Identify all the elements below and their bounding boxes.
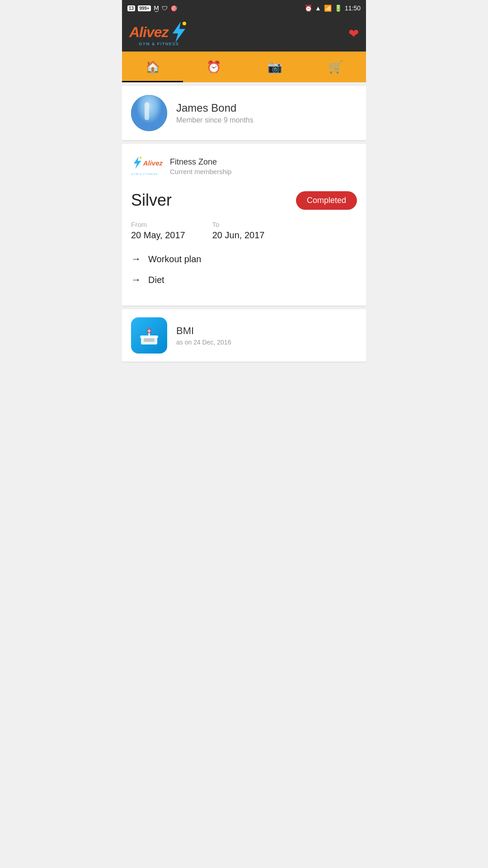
membership-subtitle: Current membership [170,168,232,175]
tier-name: Silver [131,191,172,210]
wifi-icon: ▲ [315,5,321,12]
tier-row: Silver Completed [131,191,357,210]
status-bar-left: 13 999+ M̲ 🛡 🎯 [127,5,178,12]
signal-icon: 📶 [324,5,332,12]
from-date-group: From 20 May, 2017 [131,221,185,241]
alarm-icon: ⏰ [305,5,312,12]
diet-item[interactable]: → Diet [131,274,357,286]
workout-plan-item[interactable]: → Workout plan [131,253,357,265]
membership-card: Alivez GYM & FITNESS Fitness Zone Curren… [122,144,366,306]
to-date: 20 Jun, 2017 [212,230,265,241]
notif-m: M̲ [154,5,159,12]
notif-badge-2: 999+ [138,5,151,11]
mini-logo-bolt-icon [131,153,143,173]
workout-plan-label: Workout plan [148,254,201,264]
clock-time: 11:50 [345,5,361,12]
favorite-heart-icon[interactable]: ❤ [348,26,359,41]
status-badge: Completed [296,191,357,210]
profile-member-since: Member since 9 months [176,116,253,124]
profile-name: James Bond [176,102,253,114]
svg-point-3 [140,156,142,159]
mini-logo: Alivez GYM & FITNESS [131,153,163,180]
workout-arrow-icon: → [131,253,141,265]
profile-info: James Bond Member since 9 months [176,102,253,124]
shield-icon: 🛡 [162,5,168,12]
bmi-title: BMI [176,325,231,337]
mini-logo-sub: GYM & FITNESS [131,173,163,175]
bmi-icon-container [131,317,167,354]
bmi-info: BMI as on 24 Dec, 2016 [176,325,231,346]
nav-item-cart[interactable]: 🛒 [305,52,366,82]
membership-header: Alivez GYM & FITNESS Fitness Zone Curren… [131,153,357,180]
status-bar-right: ⏰ ▲ 📶 🔋 11:50 [305,5,361,12]
diet-arrow-icon: → [131,274,141,286]
status-bar: 13 999+ M̲ 🛡 🎯 ⏰ ▲ 📶 🔋 11:50 [122,0,366,16]
battery-icon: 🔋 [334,5,342,12]
timer-icon: ⏰ [206,60,221,74]
to-label: To [212,221,265,228]
home-icon: 🏠 [145,60,160,74]
avatar [131,95,167,131]
cart-icon: 🛒 [328,60,343,74]
from-label: From [131,221,185,228]
nav-item-timer[interactable]: ⏰ [183,52,244,82]
from-date: 20 May, 2017 [131,230,185,241]
target-icon: 🎯 [170,5,178,12]
svg-rect-5 [144,338,155,342]
logo-text: Alivez [129,25,168,39]
svg-point-1 [183,22,186,25]
profile-card: James Bond Member since 9 months [122,86,366,140]
logo: Alivez GYM & FITNESS [129,21,188,46]
notif-badge-1: 13 [127,5,135,11]
dates-row: From 20 May, 2017 To 20 Jun, 2017 [131,221,357,241]
membership-gym-info: Fitness Zone Current membership [170,157,232,175]
logo-bolt-icon [168,21,188,43]
bmi-card[interactable]: BMI as on 24 Dec, 2016 [122,309,366,362]
to-date-group: To 20 Jun, 2017 [212,221,265,241]
nav-item-camera[interactable]: 📷 [244,52,305,82]
bmi-scale-icon [138,325,160,346]
nav-bar: 🏠 ⏰ 📷 🛒 [122,52,366,82]
bmi-date: as on 24 Dec, 2016 [176,339,231,346]
app-header: Alivez GYM & FITNESS ❤ [122,16,366,52]
mini-logo-text: Alivez [143,160,163,166]
camera-icon: 📷 [267,60,282,74]
nav-item-home[interactable]: 🏠 [122,52,183,82]
membership-gym-name: Fitness Zone [170,157,232,167]
diet-label: Diet [148,275,164,285]
